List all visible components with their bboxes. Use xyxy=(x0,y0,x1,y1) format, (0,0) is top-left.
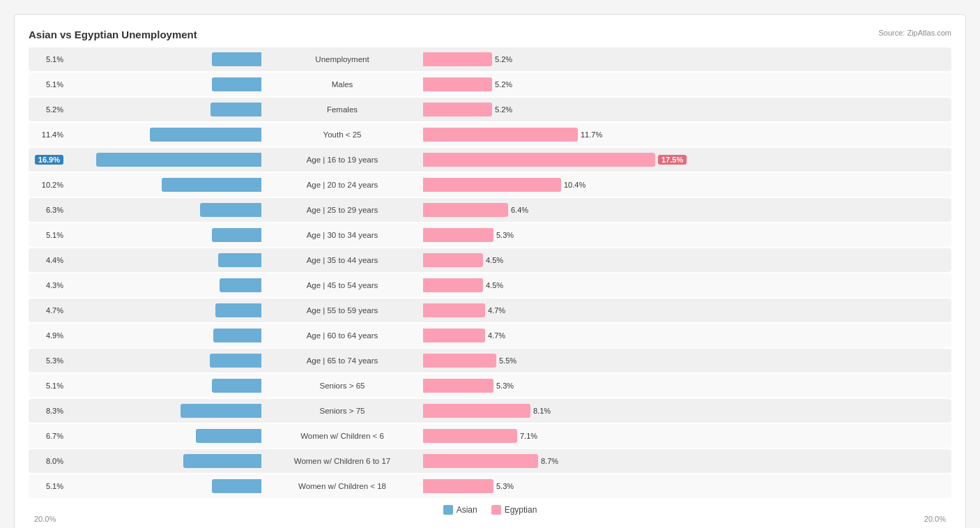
center-label: Males xyxy=(266,80,419,89)
legend-egyptian-label: Egyptian xyxy=(505,505,537,515)
left-bar-wrap xyxy=(66,379,261,393)
left-value-label: 5.1% xyxy=(41,382,63,390)
left-value-label: 6.3% xyxy=(41,206,63,214)
left-section: 5.1% xyxy=(29,479,266,493)
left-section: 4.9% xyxy=(29,329,266,342)
left-bar-wrap xyxy=(66,228,261,242)
center-label: Unemployment xyxy=(266,55,419,63)
left-bar-wrap xyxy=(66,52,261,66)
bar-blue xyxy=(162,178,261,192)
chart-title: Asian vs Egyptian Unemployment xyxy=(29,29,951,40)
legend: Asian Egyptian xyxy=(29,505,951,515)
chart-row: 6.3%Age | 25 to 29 years6.4% xyxy=(29,198,951,222)
center-label: Seniors > 65 xyxy=(266,382,419,390)
bar-pink xyxy=(423,479,493,493)
right-value-label: 11.7% xyxy=(581,130,602,139)
bar-blue xyxy=(183,454,261,468)
bar-blue xyxy=(196,429,261,443)
right-value-label: 5.3% xyxy=(496,382,514,390)
right-value-label: 17.5% xyxy=(658,156,687,164)
left-section: 5.3% xyxy=(29,354,266,368)
left-value-label: 5.1% xyxy=(41,482,63,490)
left-section: 4.4% xyxy=(29,253,266,267)
left-value-label: 10.2% xyxy=(41,181,63,189)
bar-blue xyxy=(212,228,261,242)
bar-pink xyxy=(423,103,492,116)
chart-row: 16.9%Age | 16 to 19 years17.5% xyxy=(29,148,951,172)
left-value-label: 4.9% xyxy=(41,331,63,340)
chart-row: 8.0%Women w/ Children 6 to 178.7% xyxy=(29,449,951,473)
chart-row: 5.2%Females5.2% xyxy=(29,98,951,121)
right-section: 7.1% xyxy=(419,429,951,443)
left-section: 4.7% xyxy=(29,303,266,317)
chart-row: 4.3%Age | 45 to 54 years4.5% xyxy=(29,273,951,297)
left-bar-wrap xyxy=(66,77,261,91)
axis-right-value: 20.0% xyxy=(419,515,951,523)
right-section: 6.4% xyxy=(419,203,951,217)
left-bar-wrap xyxy=(66,178,261,192)
right-section: 5.2% xyxy=(419,77,951,91)
left-section: 6.3% xyxy=(29,203,266,217)
bar-blue xyxy=(181,404,261,418)
chart-row: 4.4%Age | 35 to 44 years4.5% xyxy=(29,248,951,272)
bar-pink xyxy=(423,52,492,66)
left-value-label: 16.9% xyxy=(35,156,63,164)
bar-blue xyxy=(210,103,261,116)
bar-pink xyxy=(423,253,483,267)
bar-blue xyxy=(212,77,261,91)
bar-blue xyxy=(212,52,261,66)
left-bar-wrap xyxy=(66,128,261,142)
right-section: 5.3% xyxy=(419,379,951,393)
left-section: 6.7% xyxy=(29,429,266,443)
bar-pink xyxy=(423,404,530,418)
legend-asian: Asian xyxy=(443,505,477,515)
left-section: 5.1% xyxy=(29,77,266,91)
left-value-label: 4.4% xyxy=(41,256,63,264)
right-section: 10.4% xyxy=(419,178,951,192)
right-section: 4.5% xyxy=(419,253,951,267)
left-section: 8.3% xyxy=(29,404,266,418)
chart-row: 5.1%Seniors > 655.3% xyxy=(29,374,951,398)
left-value-label: 5.1% xyxy=(41,231,63,239)
left-bar-wrap xyxy=(66,429,261,443)
bar-pink xyxy=(423,178,561,192)
bar-blue xyxy=(200,203,261,217)
left-value-label: 5.1% xyxy=(41,80,63,89)
left-value-label: 8.0% xyxy=(41,457,63,465)
center-label: Women w/ Children 6 to 17 xyxy=(266,457,419,465)
center-label: Women w/ Children < 6 xyxy=(266,432,419,440)
chart-row: 5.3%Age | 65 to 74 years5.5% xyxy=(29,349,951,372)
chart-container: Asian vs Egyptian Unemployment Source: Z… xyxy=(14,14,966,528)
left-bar-wrap xyxy=(66,303,261,317)
left-section: 5.2% xyxy=(29,103,266,116)
right-section: 5.5% xyxy=(419,354,951,368)
bar-blue xyxy=(212,379,261,393)
source-label: Source: ZipAtlas.com xyxy=(878,29,951,37)
bar-pink xyxy=(423,77,492,91)
right-value-label: 5.2% xyxy=(495,80,512,89)
left-section: 5.1% xyxy=(29,52,266,66)
right-value-label: 6.4% xyxy=(511,206,528,214)
bar-blue xyxy=(210,354,261,368)
left-bar-wrap xyxy=(66,253,261,267)
legend-asian-box xyxy=(443,505,453,515)
left-bar-wrap xyxy=(66,278,261,292)
legend-egyptian: Egyptian xyxy=(491,505,537,515)
right-section: 11.7% xyxy=(419,128,951,142)
right-value-label: 5.5% xyxy=(499,356,516,365)
right-section: 4.7% xyxy=(419,303,951,317)
center-label: Age | 55 to 59 years xyxy=(266,306,419,315)
legend-asian-label: Asian xyxy=(457,505,477,515)
center-label: Women w/ Children < 18 xyxy=(266,482,419,490)
center-label: Age | 35 to 44 years xyxy=(266,256,419,264)
right-section: 5.2% xyxy=(419,103,951,116)
right-section: 5.3% xyxy=(419,228,951,242)
left-section: 10.2% xyxy=(29,178,266,192)
bar-pink xyxy=(423,278,483,292)
chart-row: 4.7%Age | 55 to 59 years4.7% xyxy=(29,299,951,322)
left-value-label: 4.7% xyxy=(41,306,63,315)
bar-pink xyxy=(423,203,508,217)
chart-row: 11.4%Youth < 2511.7% xyxy=(29,123,951,146)
bar-blue xyxy=(220,278,261,292)
right-value-label: 4.5% xyxy=(486,281,503,289)
